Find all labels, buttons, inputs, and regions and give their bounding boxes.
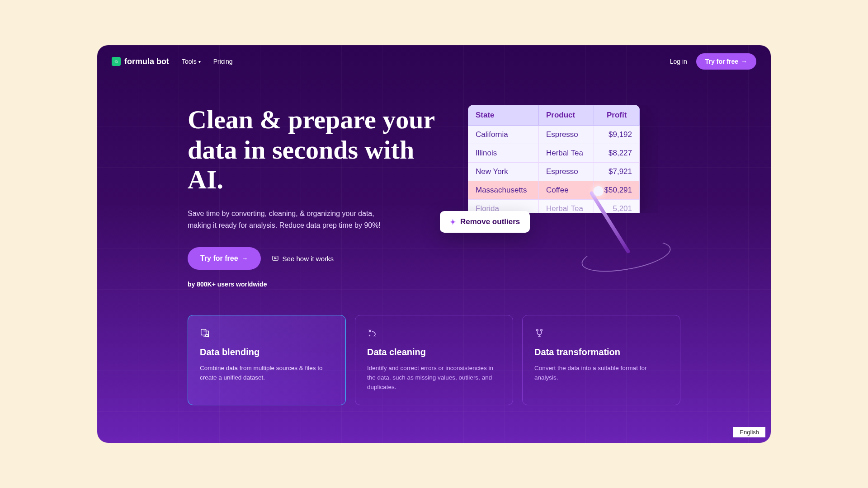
play-icon	[272, 255, 279, 262]
nav-tools[interactable]: Tools ▾	[182, 58, 201, 65]
card-title: Data blending	[200, 347, 334, 357]
chevron-down-icon: ▾	[198, 59, 201, 64]
users-text: by 800K+ users worldwide	[188, 281, 450, 288]
hero-subtitle: Save time by converting, cleaning, & org…	[188, 208, 396, 231]
top-nav: ☺ formula bot Tools ▾ Pricing Log in Try…	[97, 45, 771, 78]
svg-point-6	[541, 329, 542, 331]
card-title: Data cleaning	[367, 347, 501, 357]
nav-cta-button[interactable]: Try for free →	[696, 53, 756, 70]
hero-graphic: State Product Profit California Espresso…	[468, 105, 658, 288]
card-data-cleaning[interactable]: Data cleaning Identify and correct error…	[355, 315, 513, 405]
login-link[interactable]: Log in	[670, 58, 687, 65]
nav-pricing[interactable]: Pricing	[213, 58, 233, 65]
nav-right: Log in Try for free →	[670, 53, 756, 70]
feature-cards: Data blending Combine data from multiple…	[97, 288, 771, 405]
hero-section: Clean & prepare your data in seconds wit…	[97, 78, 771, 288]
hero-title: Clean & prepare your data in seconds wit…	[188, 105, 450, 195]
brand-logo[interactable]: ☺ formula bot	[112, 57, 169, 66]
arrow-right-icon: →	[242, 255, 248, 262]
remove-outliers-pill: ✦ Remove outliers	[440, 211, 530, 233]
see-how-link[interactable]: See how it works	[272, 255, 334, 263]
card-desc: Convert the data into a suitable format …	[534, 364, 668, 383]
table-row: California Espresso $9,192	[468, 126, 640, 144]
clean-icon	[367, 328, 501, 340]
nav-tools-label: Tools	[182, 58, 197, 65]
hero-left: Clean & prepare your data in seconds wit…	[188, 105, 450, 288]
sample-table: State Product Profit California Espresso…	[468, 105, 640, 213]
svg-marker-1	[274, 258, 276, 259]
table-row: New York Espresso $7,921	[468, 163, 640, 181]
svg-point-4	[369, 335, 370, 336]
nav-cta-label: Try for free	[705, 58, 738, 65]
logo-icon: ☺	[112, 57, 121, 66]
table-row: Illinois Herbal Tea $8,227	[468, 144, 640, 163]
transform-icon	[534, 328, 668, 340]
card-desc: Identify and correct errors or inconsist…	[367, 364, 501, 392]
brand-text: formula bot	[124, 57, 169, 66]
language-label: English	[740, 429, 759, 436]
card-desc: Combine data from multiple sources & fil…	[200, 364, 334, 383]
svg-point-5	[537, 329, 538, 331]
language-selector[interactable]: English	[733, 427, 765, 437]
pill-label: Remove outliers	[460, 217, 520, 226]
app-frame: ☺ formula bot Tools ▾ Pricing Log in Try…	[97, 45, 771, 443]
card-data-transformation[interactable]: Data transformation Convert the data int…	[522, 315, 680, 405]
card-data-blending[interactable]: Data blending Combine data from multiple…	[188, 315, 346, 405]
sparkle-icon: ✦	[450, 218, 456, 226]
th-profit: Profit	[594, 105, 640, 126]
hero-actions: Try for free → See how it works	[188, 247, 450, 270]
hero-cta-label: Try for free	[200, 254, 238, 263]
hero-cta-button[interactable]: Try for free →	[188, 247, 261, 270]
svg-rect-2	[201, 329, 206, 335]
table-row-outlier: Massachusetts Coffee $50,291	[468, 181, 640, 200]
th-state: State	[468, 105, 539, 126]
see-how-label: See how it works	[283, 255, 334, 263]
nav-pricing-label: Pricing	[213, 58, 233, 65]
th-product: Product	[538, 105, 594, 126]
card-title: Data transformation	[534, 347, 668, 357]
blend-icon	[200, 328, 334, 340]
arrow-right-icon: →	[741, 58, 747, 65]
